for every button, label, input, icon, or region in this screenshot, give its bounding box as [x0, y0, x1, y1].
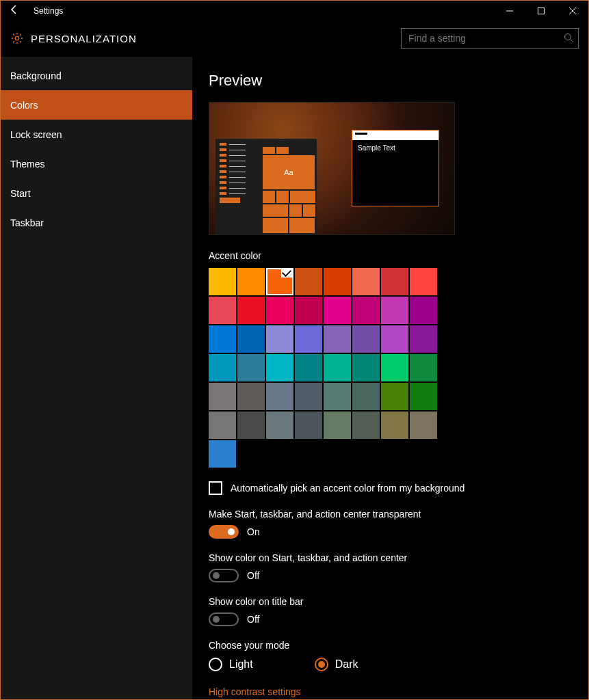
accent-swatch[interactable]: [295, 297, 322, 324]
back-button[interactable]: [1, 4, 28, 18]
svg-point-4: [15, 36, 18, 40]
accent-swatch[interactable]: [352, 383, 380, 410]
transparency-label: Make Start, taskbar, and action center t…: [209, 509, 588, 520]
back-arrow-icon: [9, 4, 20, 15]
maximize-button[interactable]: [525, 1, 557, 21]
preview-tile-text: Aa: [263, 155, 315, 189]
page-header: PERSONALIZATION: [1, 21, 588, 57]
preview-tiles: Aa: [263, 147, 316, 234]
accent-swatch[interactable]: [237, 412, 265, 439]
svg-line-6: [571, 40, 573, 42]
auto-pick-checkbox[interactable]: [209, 481, 222, 495]
accent-swatch[interactable]: [352, 268, 380, 295]
gear-icon: [10, 31, 24, 45]
show-color-start-label: Show color on Start, taskbar, and action…: [209, 552, 588, 563]
auto-pick-row: Automatically pick an accent color from …: [209, 481, 588, 495]
mode-light-label: Light: [229, 658, 253, 671]
accent-swatch[interactable]: [410, 412, 437, 439]
accent-swatch[interactable]: [352, 354, 380, 381]
accent-swatch[interactable]: [209, 268, 236, 295]
accent-swatch[interactable]: [410, 268, 437, 295]
accent-swatch[interactable]: [266, 268, 293, 295]
accent-swatch[interactable]: [209, 440, 236, 468]
minimize-button[interactable]: [494, 1, 525, 21]
preview-box: Aa Sample Text: [209, 102, 455, 235]
accent-swatch[interactable]: [266, 383, 293, 410]
page-title: PERSONALIZATION: [31, 33, 137, 44]
maximize-icon: [538, 8, 545, 14]
accent-swatch[interactable]: [352, 325, 380, 353]
accent-swatch[interactable]: [381, 383, 408, 410]
sidebar: BackgroundColorsLock screenThemesStartTa…: [1, 57, 192, 700]
accent-swatch[interactable]: [352, 297, 380, 324]
search-icon: [564, 33, 573, 44]
accent-swatch[interactable]: [324, 383, 351, 410]
accent-swatch[interactable]: [352, 412, 380, 439]
accent-swatch[interactable]: [237, 268, 265, 295]
window-controls: [494, 1, 588, 21]
close-icon: [569, 8, 576, 14]
accent-swatch[interactable]: [295, 354, 322, 381]
svg-rect-1: [538, 8, 545, 14]
accent-swatch[interactable]: [324, 297, 351, 324]
accent-swatch[interactable]: [209, 325, 236, 353]
accent-swatch[interactable]: [237, 383, 265, 410]
accent-swatch[interactable]: [266, 354, 293, 381]
accent-swatch[interactable]: [295, 325, 322, 353]
window-title: Settings: [28, 6, 63, 16]
accent-swatch[interactable]: [266, 297, 293, 324]
accent-swatch[interactable]: [295, 268, 322, 295]
high-contrast-link[interactable]: High contrast settings: [209, 686, 301, 697]
accent-swatch[interactable]: [266, 412, 293, 439]
accent-swatch[interactable]: [237, 354, 265, 381]
close-button[interactable]: [557, 1, 588, 21]
accent-swatch[interactable]: [324, 354, 351, 381]
sidebar-item-background[interactable]: Background: [1, 61, 192, 90]
accent-swatch[interactable]: [209, 412, 236, 439]
accent-swatch[interactable]: [410, 383, 437, 410]
accent-swatch[interactable]: [237, 297, 265, 324]
show-color-start-toggle[interactable]: [209, 569, 239, 582]
mode-label: Choose your mode: [209, 640, 588, 651]
accent-color-grid: [209, 268, 441, 468]
mode-dark-radio[interactable]: Dark: [315, 658, 358, 671]
auto-pick-label: Automatically pick an accent color from …: [231, 483, 464, 494]
mode-dark-label: Dark: [335, 658, 358, 671]
content-area: Preview Aa: [192, 57, 588, 700]
accent-swatch[interactable]: [381, 412, 408, 439]
preview-window-text: Sample Text: [352, 140, 439, 156]
show-color-title-toggle[interactable]: [209, 612, 239, 626]
transparency-toggle[interactable]: [209, 525, 239, 539]
sidebar-item-taskbar[interactable]: Taskbar: [1, 208, 192, 237]
preview-heading: Preview: [209, 72, 588, 90]
accent-swatch[interactable]: [381, 354, 408, 381]
accent-swatch[interactable]: [266, 325, 293, 353]
show-color-title-label: Show color on title bar: [209, 596, 588, 607]
search-container: [401, 28, 579, 49]
accent-swatch[interactable]: [324, 325, 351, 353]
accent-swatch[interactable]: [209, 297, 236, 324]
accent-swatch[interactable]: [295, 383, 322, 410]
transparency-state: On: [247, 526, 260, 537]
accent-swatch[interactable]: [209, 354, 236, 381]
accent-swatch[interactable]: [324, 268, 351, 295]
sidebar-item-lock-screen[interactable]: Lock screen: [1, 120, 192, 149]
accent-swatch[interactable]: [237, 325, 265, 353]
search-input[interactable]: [401, 28, 579, 49]
accent-swatch[interactable]: [209, 383, 236, 410]
mode-light-radio[interactable]: Light: [209, 658, 253, 671]
accent-swatch[interactable]: [381, 297, 408, 324]
accent-swatch[interactable]: [324, 412, 351, 439]
minimize-icon: [506, 8, 513, 14]
accent-swatch[interactable]: [410, 325, 437, 353]
accent-swatch[interactable]: [381, 325, 408, 353]
show-color-start-state: Off: [247, 570, 259, 581]
accent-swatch[interactable]: [410, 297, 437, 324]
sidebar-item-start[interactable]: Start: [1, 178, 192, 208]
accent-swatch[interactable]: [295, 412, 322, 439]
sidebar-item-themes[interactable]: Themes: [1, 149, 192, 178]
preview-window: Sample Text: [352, 130, 439, 206]
accent-swatch[interactable]: [410, 354, 437, 381]
sidebar-item-colors[interactable]: Colors: [1, 90, 192, 120]
accent-swatch[interactable]: [381, 268, 408, 295]
